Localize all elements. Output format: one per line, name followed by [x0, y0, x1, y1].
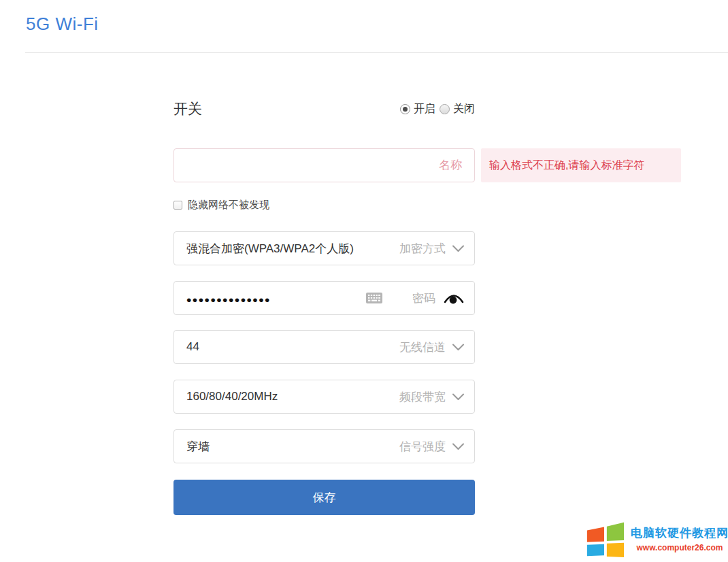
encryption-select[interactable]: 强混合加密(WPA3/WPA2个人版) 加密方式	[173, 231, 475, 265]
switch-radio-group: 开启 关闭	[400, 102, 475, 116]
bandwidth-select[interactable]: 160/80/40/20MHz 频段带宽	[173, 380, 475, 414]
switch-label: 开关	[173, 99, 202, 118]
name-error-text: 输入格式不正确,请输入标准字符	[489, 159, 644, 173]
watermark-site-url: www.computer26.com	[637, 543, 723, 552]
signal-select[interactable]: 穿墙 信号强度	[173, 429, 475, 463]
switch-row: 开关 开启 关闭	[173, 98, 475, 120]
encryption-label: 加密方式	[399, 241, 446, 257]
channel-value: 44	[186, 340, 399, 354]
windows-flag-logo-icon	[582, 519, 626, 559]
encryption-value: 强混合加密(WPA3/WPA2个人版)	[186, 241, 399, 257]
radio-on-label: 开启	[414, 102, 435, 116]
password-masked-value[interactable]: ••••••••••••••	[186, 290, 366, 307]
radio-off-label: 关闭	[453, 102, 475, 116]
watermark: 电脑软硬件教程网 www.computer26.com	[582, 519, 728, 559]
header-divider	[25, 52, 728, 53]
radio-off-icon[interactable]	[440, 104, 450, 114]
radio-off[interactable]: 关闭	[440, 102, 475, 116]
password-field[interactable]: •••••••••••••• 密码	[173, 281, 475, 315]
chevron-down-icon	[452, 344, 464, 351]
chevron-down-icon	[452, 443, 464, 450]
keyboard-icon[interactable]	[366, 293, 382, 303]
hide-network-row[interactable]: 隐藏网络不被发现	[173, 199, 269, 211]
channel-label: 无线信道	[399, 340, 446, 355]
password-label: 密码	[412, 291, 435, 306]
bandwidth-label: 频段带宽	[399, 389, 446, 405]
chevron-down-icon	[452, 393, 464, 401]
save-button[interactable]: 保存	[173, 480, 475, 515]
signal-value: 穿墙	[186, 439, 399, 454]
hide-network-checkbox[interactable]	[173, 201, 182, 210]
network-name-input[interactable]	[173, 148, 475, 182]
page-title: 5G Wi-Fi	[26, 14, 99, 35]
chevron-down-icon	[452, 245, 464, 252]
eye-icon[interactable]	[444, 292, 464, 305]
hide-network-label: 隐藏网络不被发现	[188, 199, 269, 212]
radio-on-icon[interactable]	[400, 104, 410, 114]
channel-select[interactable]: 44 无线信道	[173, 330, 475, 364]
radio-on[interactable]: 开启	[400, 102, 435, 116]
bandwidth-value: 160/80/40/20MHz	[186, 390, 399, 403]
watermark-site-name: 电脑软硬件教程网	[631, 525, 728, 541]
name-error-box: 输入格式不正确,请输入标准字符	[481, 148, 681, 182]
watermark-text: 电脑软硬件教程网 www.computer26.com	[631, 525, 728, 552]
wifi-settings-page: 5G Wi-Fi 开关 开启 关闭 输入格式不正确,请输入标准字符 隐藏网络不被…	[0, 0, 728, 562]
signal-label: 信号强度	[399, 439, 446, 454]
